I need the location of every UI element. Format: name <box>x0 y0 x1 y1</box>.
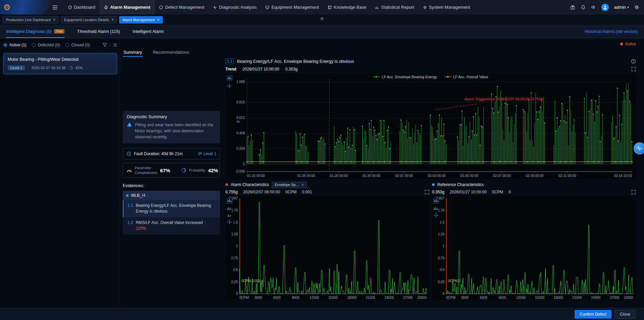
svg-text:15000: 15000 <box>328 296 338 300</box>
user-menu[interactable]: admin ▾ <box>614 5 629 10</box>
waterfall-view-icon[interactable] <box>227 213 232 217</box>
detail-main: Summary Recommendations Diagnostic Summa… <box>120 48 640 308</box>
tab-label: Production Line Dashboard <box>6 18 51 22</box>
main-menu: Dashboard Alarm Management Defect Manage… <box>64 0 475 14</box>
tab-production-line-dashboard[interactable]: Production Line Dashboard × <box>3 16 59 24</box>
pan-move-icon[interactable] <box>227 219 232 225</box>
fault-duration-box: Fault Duration: 40d 9h 21m Level 1 <box>123 148 220 159</box>
svg-text:1: 1 <box>442 244 444 248</box>
fullscreen-icon[interactable] <box>425 190 429 194</box>
subtab-threshold-alarm[interactable]: Threshold Alarm (115) <box>77 25 120 38</box>
close-icon[interactable]: × <box>111 18 114 22</box>
svg-text:1.089: 1.089 <box>236 80 245 84</box>
svg-text:0CPM,0: 0CPM,0 <box>448 279 461 283</box>
tab-equipment-location-details[interactable]: Equipment Location Details × <box>61 16 117 24</box>
volume-icon[interactable] <box>591 5 596 10</box>
bullet-dot <box>126 194 128 197</box>
nav-label: Alarm Management <box>110 5 150 10</box>
nav-equipment-management[interactable]: Equipment Management <box>261 0 323 14</box>
nav-statistical-report[interactable]: Statistical Report <box>371 0 418 14</box>
alarm-title: Motor Bearing - Pitting/Wear Detected <box>8 57 113 62</box>
probability-value: 42% <box>208 168 218 173</box>
collapse-chevrons-icon[interactable] <box>319 16 325 21</box>
settings-gear-icon[interactable] <box>634 5 639 10</box>
filter-defected-radio[interactable]: Defected (0) <box>32 43 60 47</box>
svg-text:0CPM: 0CPM <box>446 296 455 300</box>
trial-badge: Trial <box>54 29 64 34</box>
evidence-id: 1.2 <box>127 220 133 232</box>
list-view-icon[interactable] <box>113 43 117 47</box>
nav-alarm-management[interactable]: Alarm Management <box>100 0 155 14</box>
subtab-intelligent-alarm[interactable]: Intelligent Alarm <box>133 25 164 38</box>
hamburger-menu-icon[interactable] <box>50 3 60 12</box>
nav-diagnostic-analysis[interactable]: Diagnostic Analysis <box>209 0 261 14</box>
fullscreen-icon[interactable] <box>631 190 636 194</box>
red-dot <box>225 183 228 186</box>
status-badge: Active <box>625 42 636 46</box>
probability-ring-icon <box>181 168 186 173</box>
tab-recommendations[interactable]: Recommendations <box>152 48 190 56</box>
svg-text:02-11 00:00: 02-11 00:00 <box>558 174 576 178</box>
pan-move-icon[interactable] <box>227 83 232 89</box>
close-icon[interactable]: × <box>157 18 159 22</box>
funnel-filter-icon[interactable] <box>103 43 107 47</box>
fault-duration-label: Fault Duration: 40d 9h 21m <box>134 151 182 156</box>
svg-text:0.75: 0.75 <box>438 256 445 260</box>
chart-type-icon[interactable] <box>227 75 232 81</box>
nav-dashboard[interactable]: Dashboard <box>64 0 100 14</box>
evidence-item-1-2[interactable]: 1.2 RMS/LF Acc. Overall Value increased … <box>123 217 220 234</box>
diagnostic-summary-card: Diagnostic Summary Pitting and wear have… <box>123 111 220 143</box>
tab-alarm-management[interactable]: Alarm Management × <box>119 16 163 24</box>
dashboard-icon <box>68 5 72 9</box>
trend-chart-canvas[interactable]: 1.0890.8160.6120.4080.2040-0.09901-22 09… <box>225 73 636 179</box>
spectrum-row: Alarm Characteristics Envelope Sp... ∨ 0… <box>225 181 636 301</box>
spectrum-type-select[interactable]: Envelope Sp... ∨ <box>272 182 307 188</box>
evidence-header-title: Bearing Energy/LF Acc. Envelope Bearing … <box>237 59 354 64</box>
nav-defect-management[interactable]: Defect Management <box>155 0 209 14</box>
svg-text:02-05 00:00: 02-05 00:00 <box>461 174 479 178</box>
confirm-defect-button[interactable]: Confirm Defect <box>575 310 611 319</box>
notification-bell-icon[interactable] <box>581 5 586 10</box>
reference-spectrum-canvas[interactable]: 2.0071.751.51.2510.750.50.2500CPM3000600… <box>432 196 636 301</box>
nav-knowledge-base[interactable]: Knowledge Base <box>323 0 371 14</box>
svg-text:21000: 21000 <box>366 296 375 300</box>
tab-summary[interactable]: Summary <box>123 48 143 57</box>
fullscreen-icon[interactable] <box>631 67 636 72</box>
historical-alarms-link[interactable]: Historical Alarms (old version) <box>585 29 638 34</box>
nav-label: Equipment Management <box>271 5 319 10</box>
chart-type-icon[interactable] <box>227 198 232 203</box>
info-icon[interactable] <box>631 59 636 64</box>
svg-text:1.25: 1.25 <box>231 232 238 236</box>
evidence-group-mlbh[interactable]: MLB_H <box>123 191 220 200</box>
filter-active-radio[interactable]: Active (1) <box>3 43 26 47</box>
svg-text:1.5: 1.5 <box>440 221 444 224</box>
close-icon[interactable]: × <box>53 18 55 22</box>
sample-timestamp: 2026/02/07 06:00:00 <box>243 190 280 194</box>
evidence-header: 1.1 Bearing Energy/LF Acc. Envelope Bear… <box>225 57 636 65</box>
monitor-icon <box>265 5 269 9</box>
chart-type-icon[interactable] <box>433 198 439 203</box>
user-avatar[interactable] <box>601 4 609 11</box>
svg-text:02-14 23:00: 02-14 23:00 <box>614 174 632 178</box>
subtab-intelligent-diagnosis[interactable]: Intelligent Diagnosis (5) Trial <box>6 25 64 38</box>
spectrum-view-icon[interactable] <box>433 206 439 210</box>
alarm-characteristics-header: Alarm Characteristics Envelope Sp... ∨ <box>225 181 429 188</box>
pan-move-icon[interactable] <box>433 213 439 218</box>
blue-dot <box>432 183 435 186</box>
spectrum-view-icon[interactable] <box>227 206 232 210</box>
reference-chart-meta: 0.353g 2026/01/27 10:00:00 0CPM 0 <box>432 188 636 196</box>
evidence-item-1-1[interactable]: 1.1 Bearing Energy/LF Acc. Envelope Bear… <box>123 200 220 217</box>
gift-icon[interactable] <box>570 5 575 10</box>
close-button[interactable]: Close <box>615 310 635 319</box>
trend-timestamp: 2026/01/27 10:00:00 <box>243 67 279 72</box>
alarm-spectrum-canvas[interactable]: 2.0071.751.51.2510.750.50.2500CPM3000600… <box>225 196 429 301</box>
trend-value: 0.353g <box>285 67 298 72</box>
svg-text:0: 0 <box>442 292 444 295</box>
nav-system-management[interactable]: System Management <box>419 0 475 14</box>
ai-assistant-fab[interactable] <box>634 142 644 154</box>
alarm-spectrum-toolbar <box>227 198 232 225</box>
filter-closed-radio[interactable]: Closed (0) <box>65 43 90 47</box>
svg-text:01-22 09:00: 01-22 09:00 <box>247 174 265 178</box>
nav-label: Diagnostic Analysis <box>219 5 257 10</box>
alarm-list-item[interactable]: Motor Bearing - Pitting/Wear Detected Le… <box>3 53 117 74</box>
